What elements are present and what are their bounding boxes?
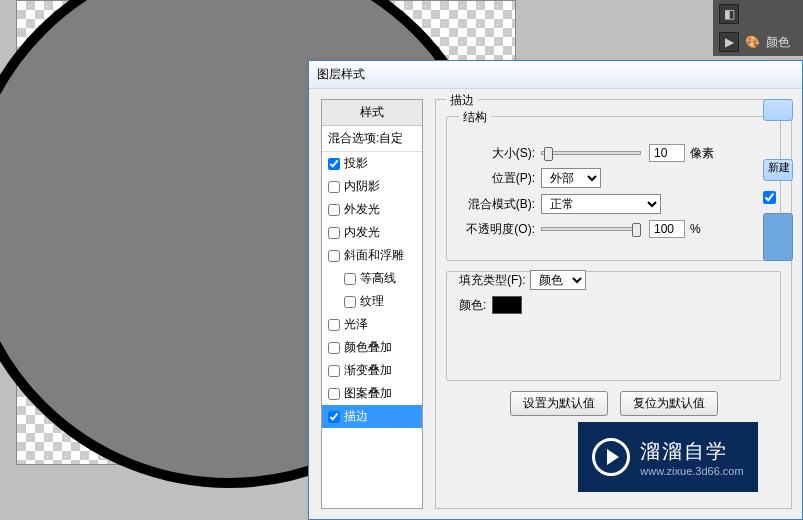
blend-mode-select[interactable]: 正常 <box>541 194 661 214</box>
preview-swatch <box>763 213 793 261</box>
style-item-label: 描边 <box>344 408 368 425</box>
dialog-title-bar[interactable]: 图层样式 <box>309 61 802 89</box>
structure-group: 结构 大小(S): 像素 位置(P): 外部 混合模式( <box>446 116 781 261</box>
new-style-button[interactable]: 新建 <box>763 159 793 181</box>
style-item-checkbox[interactable] <box>328 388 340 400</box>
play-icon[interactable]: ▶ <box>719 32 739 52</box>
position-label: 位置(P): <box>459 170 541 187</box>
style-item-checkbox[interactable] <box>328 342 340 354</box>
style-item-11[interactable]: 描边 <box>322 405 422 428</box>
right-panel: ◧ ▶ 🎨 颜色 <box>713 0 803 56</box>
style-item-5[interactable]: 等高线 <box>322 267 422 290</box>
fill-type-select[interactable]: 颜色 <box>530 270 586 290</box>
opacity-input[interactable] <box>649 220 685 238</box>
dialog-side-buttons: 新建 <box>763 99 793 261</box>
style-list-header[interactable]: 样式 <box>322 100 422 126</box>
position-select[interactable]: 外部 <box>541 168 601 188</box>
style-item-6[interactable]: 纹理 <box>322 290 422 313</box>
style-item-checkbox[interactable] <box>328 365 340 377</box>
style-item-label: 颜色叠加 <box>344 339 392 356</box>
play-logo-icon <box>592 438 630 476</box>
opacity-label: 不透明度(O): <box>459 221 541 238</box>
size-unit: 像素 <box>690 145 714 162</box>
style-item-7[interactable]: 光泽 <box>322 313 422 336</box>
style-item-checkbox[interactable] <box>328 158 340 170</box>
style-item-3[interactable]: 内发光 <box>322 221 422 244</box>
style-item-checkbox[interactable] <box>344 296 356 308</box>
style-item-label: 图案叠加 <box>344 385 392 402</box>
palette-icon[interactable]: 🎨 <box>745 35 760 49</box>
watermark-main: 溜溜自学 <box>640 438 743 465</box>
stroke-legend: 描边 <box>446 92 478 109</box>
preview-checkbox[interactable] <box>763 187 793 207</box>
reset-default-button[interactable]: 复位为默认值 <box>620 391 718 416</box>
opacity-slider[interactable] <box>541 227 641 231</box>
style-item-10[interactable]: 图案叠加 <box>322 382 422 405</box>
style-item-label: 斜面和浮雕 <box>344 247 404 264</box>
style-list: 样式 混合选项:自定 投影内阴影外发光内发光斜面和浮雕等高线纹理光泽颜色叠加渐变… <box>321 99 423 509</box>
panel-toggle-icon[interactable]: ◧ <box>719 4 739 24</box>
watermark-sub: www.zixue.3d66.com <box>640 465 743 477</box>
size-slider[interactable] <box>541 151 641 155</box>
opacity-unit: % <box>690 222 701 236</box>
fill-type-label: 填充类型(F): <box>459 272 530 289</box>
style-item-label: 投影 <box>344 155 368 172</box>
blend-mode-label: 混合模式(B): <box>459 196 541 213</box>
style-item-checkbox[interactable] <box>328 204 340 216</box>
color-label: 颜色: <box>459 297 492 314</box>
style-item-checkbox[interactable] <box>328 411 340 423</box>
style-item-checkbox[interactable] <box>328 319 340 331</box>
side-button-top[interactable] <box>763 99 793 121</box>
style-item-label: 纹理 <box>360 293 384 310</box>
size-input[interactable] <box>649 144 685 162</box>
style-item-label: 渐变叠加 <box>344 362 392 379</box>
style-item-label: 外发光 <box>344 201 380 218</box>
blend-options-item[interactable]: 混合选项:自定 <box>322 126 422 152</box>
structure-legend: 结构 <box>459 109 491 126</box>
color-swatch[interactable] <box>492 296 522 314</box>
watermark: 溜溜自学 www.zixue.3d66.com <box>578 422 758 492</box>
style-item-label: 内发光 <box>344 224 380 241</box>
style-item-label: 等高线 <box>360 270 396 287</box>
style-item-checkbox[interactable] <box>328 250 340 262</box>
dialog-title: 图层样式 <box>317 66 365 83</box>
style-item-1[interactable]: 内阴影 <box>322 175 422 198</box>
fill-group: 填充类型(F): 颜色 颜色: <box>446 271 781 381</box>
size-label: 大小(S): <box>459 145 541 162</box>
style-item-8[interactable]: 颜色叠加 <box>322 336 422 359</box>
style-item-label: 内阴影 <box>344 178 380 195</box>
style-item-9[interactable]: 渐变叠加 <box>322 359 422 382</box>
style-item-checkbox[interactable] <box>328 227 340 239</box>
style-item-4[interactable]: 斜面和浮雕 <box>322 244 422 267</box>
panel-color-label: 颜色 <box>766 34 790 51</box>
style-item-label: 光泽 <box>344 316 368 333</box>
style-item-checkbox[interactable] <box>344 273 356 285</box>
style-item-checkbox[interactable] <box>328 181 340 193</box>
style-item-0[interactable]: 投影 <box>322 152 422 175</box>
set-default-button[interactable]: 设置为默认值 <box>510 391 608 416</box>
style-item-2[interactable]: 外发光 <box>322 198 422 221</box>
